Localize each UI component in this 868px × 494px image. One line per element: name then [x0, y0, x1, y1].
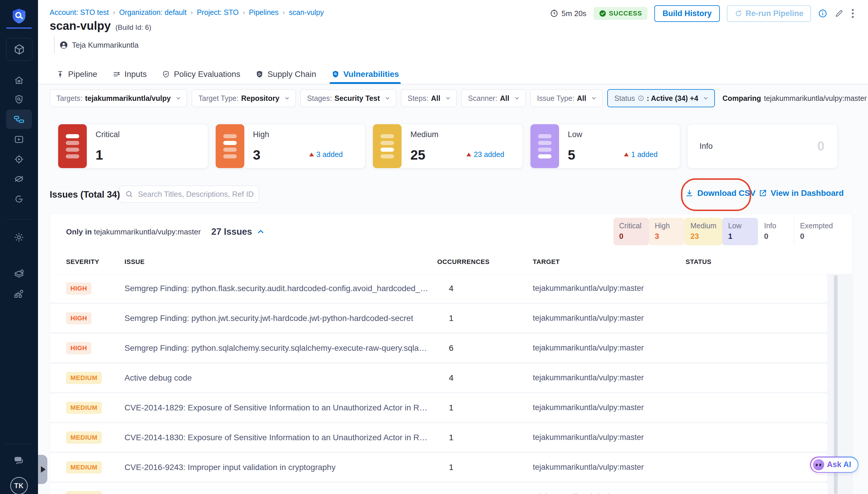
breadcrumb-pipelines[interactable]: Pipelines [249, 8, 278, 17]
filter-scanner[interactable]: Scanner: All [461, 90, 526, 107]
main-content: Account: STO test› Organization: default… [38, 0, 868, 494]
nav-scans-icon[interactable] [14, 94, 24, 104]
issue-row[interactable]: MEDIUM Active debug code 4 tejakummariku… [50, 364, 827, 392]
filter-stages[interactable]: Stages: Security Test [301, 90, 396, 107]
severity-badge: HIGH [66, 342, 92, 354]
tab-vulnerabilities-active[interactable]: Vulnerabilities [331, 64, 399, 84]
status-badge: SUCCESS [594, 7, 647, 20]
issues-panel: Only in tejakummarikuntla/vulpy:master 2… [50, 213, 852, 494]
sidebar-divider-bottom [6, 444, 32, 444]
duration-text: 5m 20s [561, 9, 586, 18]
filter-steps[interactable]: Steps: All [401, 90, 457, 107]
issue-row[interactable]: HIGH Semgrep Finding: python.sqlalchemy.… [50, 334, 827, 362]
tab-label: Supply Chain [267, 70, 316, 79]
nav-targets-icon[interactable] [14, 154, 24, 165]
ask-ai-mascot-icon [813, 459, 824, 470]
tab-inputs[interactable]: Inputs [113, 64, 147, 84]
issue-row[interactable]: MEDIUM CVE-2014-1829: Exposure of Sensit… [50, 394, 827, 422]
issue-row[interactable]: MEDIUM CVE-2014-1830: Exposure of Sensit… [50, 423, 827, 452]
nav-getting-started-icon[interactable] [14, 194, 24, 204]
chevron-down-icon [702, 95, 709, 101]
severity-badge: HIGH [66, 282, 92, 294]
nav-executions-icon[interactable] [14, 134, 24, 145]
breadcrumb-account[interactable]: Account: STO test [50, 8, 109, 17]
issue-group-header[interactable]: Only in tejakummarikuntla/vulpy:master 2… [66, 227, 265, 237]
issue-row[interactable]: HIGH Semgrep Finding: python.flask.secur… [50, 274, 827, 303]
card-high[interactable]: High 3 3 added [215, 124, 366, 168]
clock-icon [550, 9, 559, 18]
run-controls: 5m 20s SUCCESS Build History Re-run Pipe… [550, 6, 855, 21]
download-csv-label: Download CSV [697, 189, 755, 198]
tab-pipeline[interactable]: Pipeline [56, 64, 97, 84]
comparing-label: Comparing [722, 94, 761, 102]
edit-pipeline-icon[interactable] [834, 9, 844, 18]
chip-high: High 3 [649, 218, 685, 245]
severity-summary-chips: Critical 0 High 3 Medium 23 Low 1 Info [614, 218, 839, 245]
tab-supply-chain[interactable]: Supply Chain [255, 64, 316, 84]
build-history-label: Build History [662, 9, 712, 18]
page-title: scan-vulpy [50, 19, 111, 33]
chip-label: Critical [619, 222, 643, 230]
card-medium[interactable]: Medium 25 23 added [373, 124, 523, 168]
card-low[interactable]: Low 5 1 added [530, 124, 680, 168]
more-options-kebab-icon[interactable] [851, 8, 855, 19]
filter-target-type[interactable]: Target Type: Repository [192, 90, 296, 107]
target: tejakummarikuntla/vulpy:master [522, 343, 674, 353]
tab-policy-evaluations[interactable]: Policy Evaluations [162, 64, 240, 84]
user-avatar[interactable]: TK [10, 477, 28, 494]
nav-security-review-icon[interactable] [14, 173, 24, 185]
breadcrumb-current[interactable]: scan-vulpy [289, 8, 324, 17]
chevron-down-icon [514, 95, 520, 101]
issue-row[interactable]: MEDIUM CVE-2016-9243: Improper input val… [50, 453, 827, 481]
download-csv-button[interactable]: Download CSV [685, 189, 755, 198]
nav-home-icon[interactable] [14, 75, 24, 86]
severity-badge: MEDIUM [66, 372, 102, 384]
card-critical[interactable]: Critical 1 [58, 124, 208, 168]
sidebar-expand-handle[interactable] [38, 455, 47, 484]
severity-cards: Critical 1 High 3 3 added Medium 25 23 a… [58, 124, 837, 168]
card-added: 3 added [309, 150, 343, 159]
issue-row-partial[interactable]: MEDIUM CVE-2017-11424: PyJWT vulnerable … [50, 483, 827, 494]
policy-shield-icon [162, 70, 170, 78]
group-issue-count: 27 Issues [211, 227, 252, 237]
chip-medium: Medium 23 [685, 218, 722, 245]
high-severity-strip [216, 124, 244, 168]
build-history-button[interactable]: Build History [654, 5, 720, 22]
card-info[interactable]: Info 0 [688, 124, 837, 168]
issue-title: CVE-2014-1830: Exposure of Sensitive Inf… [124, 433, 437, 442]
view-in-dashboard-button[interactable]: View in Dashboard [758, 189, 844, 198]
filter-value: All [500, 94, 509, 102]
chevron-up-icon[interactable] [256, 227, 265, 236]
filter-targets[interactable]: Targets: tejakummarikuntla/vulpy [50, 90, 187, 107]
filter-label: Status [614, 94, 635, 102]
search-input[interactable] [119, 186, 259, 203]
breadcrumb-org[interactable]: Organization: default [119, 8, 187, 17]
filter-bar: Targets: tejakummarikuntla/vulpy Target … [50, 89, 868, 107]
occurrences: 4 [437, 284, 522, 293]
severity-badge: MEDIUM [66, 432, 102, 444]
card-count: 0 [817, 139, 824, 153]
comparing-target: tejakummarikuntla/vulpy:master [764, 94, 867, 102]
filter-issue-type[interactable]: Issue Type: All [531, 90, 603, 107]
nav-settings-icon[interactable] [14, 232, 24, 243]
title-row: scan-vulpy (Build Id: 6) [50, 19, 151, 33]
filter-status[interactable]: Status : Active (34) +4 [607, 89, 715, 107]
rerun-pipeline-button[interactable]: Re-run Pipeline [727, 5, 811, 22]
search-icon [125, 190, 134, 198]
nav-pipelines-active[interactable] [6, 110, 32, 129]
module-selector-button[interactable] [6, 38, 33, 61]
breadcrumb-separator: › [283, 9, 285, 16]
breadcrumb-project[interactable]: Project: STO [197, 8, 239, 17]
added-text: 1 added [631, 150, 658, 159]
sidebar-divider [6, 219, 32, 220]
ask-ai-button[interactable]: Ask AI [810, 457, 859, 473]
info-icon[interactable] [818, 9, 827, 18]
supply-chain-shield-icon [255, 70, 264, 78]
nav-org-structure-icon[interactable] [14, 288, 24, 300]
help-chat-icon[interactable]: ? [13, 455, 25, 466]
chip-critical: Critical 0 [614, 218, 649, 245]
nav-default-settings-icon[interactable] [14, 268, 24, 280]
issue-row[interactable]: HIGH Semgrep Finding: python.jwt.securit… [50, 304, 827, 332]
app-window: ? TK Account: STO test› Organization: de… [0, 0, 868, 494]
chevron-down-icon [445, 95, 451, 101]
